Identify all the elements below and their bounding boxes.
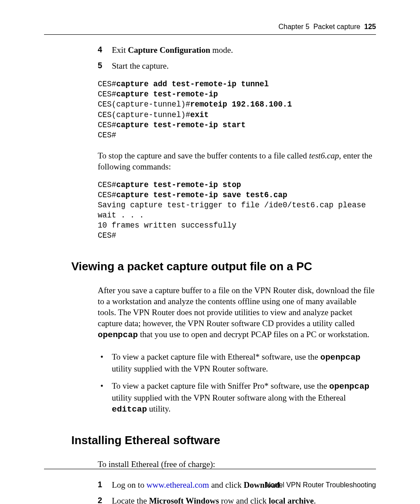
header-page-number: 125 <box>364 23 376 30</box>
step-text: Locate the Microsoft Windows row and cli… <box>112 496 316 504</box>
step-number: 2 <box>98 495 102 504</box>
heading-installing: Installing Ethereal software <box>71 434 376 447</box>
step-item: 2 Locate the Microsoft Windows row and c… <box>98 495 376 504</box>
step-number: 4 <box>98 44 102 55</box>
footer-text: Nortel VPN Router Troubleshooting <box>265 481 376 489</box>
list-item: To view a packet capture file with Ether… <box>98 351 376 374</box>
heading-viewing: Viewing a packet capture output file on … <box>71 260 376 273</box>
bullet-list: To view a packet capture file with Ether… <box>98 351 376 415</box>
header-rule <box>44 34 376 35</box>
step-text: Exit Capture Configuration mode. <box>112 45 233 55</box>
body-column: 4 Exit Capture Configuration mode. 5 Sta… <box>98 44 376 241</box>
code-block: CES#capture test-remote-ip stop CES#capt… <box>98 180 376 241</box>
paragraph: To stop the capture and save the buffer … <box>98 150 376 172</box>
header-chapter: Chapter 5 <box>279 23 309 30</box>
step-number: 5 <box>98 60 102 71</box>
list-item: To view a packet capture file with Sniff… <box>98 380 376 415</box>
step-text: Log on to www.ethereal.com and click Dow… <box>112 480 282 489</box>
page: Chapter 5 Packet capture 125 4 Exit Capt… <box>44 23 376 490</box>
step-number: 1 <box>98 479 102 490</box>
running-header: Chapter 5 Packet capture 125 <box>44 23 376 31</box>
footer-rule <box>44 469 376 469</box>
ethereal-link[interactable]: www.ethereal.com <box>147 480 209 489</box>
step-item: 5 Start the capture. <box>98 60 376 72</box>
code-block: CES#capture add test-remote-ip tunnel CE… <box>98 79 376 140</box>
step-list-top: 4 Exit Capture Configuration mode. 5 Sta… <box>98 44 376 71</box>
step-text: Start the capture. <box>112 61 169 70</box>
step-item: 4 Exit Capture Configuration mode. <box>98 44 376 56</box>
header-title: Packet capture <box>313 23 361 30</box>
paragraph: After you save a capture buffer to a fil… <box>98 285 376 341</box>
